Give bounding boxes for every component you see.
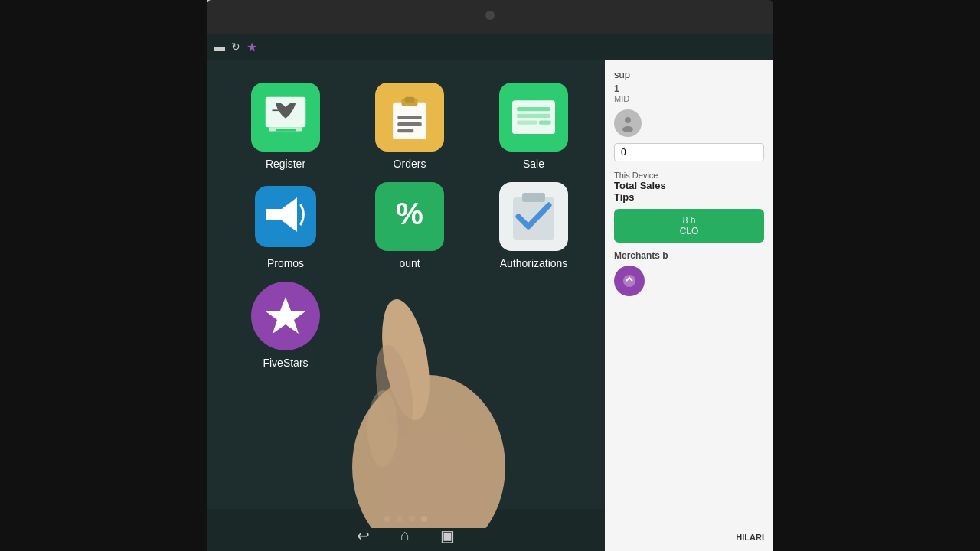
sidebar-number: 1: [614, 83, 764, 94]
merchants-icon: [622, 273, 637, 289]
dot-4-active: [421, 516, 427, 522]
auth-icon-bg: [499, 182, 568, 251]
recents-icon[interactable]: ▣: [440, 527, 455, 545]
fivestars-icon-bg: [251, 282, 320, 350]
this-device-label: This Device: [614, 171, 764, 180]
svg-rect-2: [276, 129, 296, 132]
promos-label: Promos: [267, 257, 304, 269]
app-grid: Register: [222, 75, 597, 377]
dot-2: [397, 516, 403, 522]
svg-rect-7: [397, 116, 422, 119]
black-bar-left: [0, 0, 207, 551]
svg-rect-14: [539, 120, 551, 124]
orders-app[interactable]: Orders: [354, 83, 466, 170]
register-app[interactable]: Register: [230, 83, 341, 170]
orders-label: Orders: [394, 158, 426, 170]
discount-app[interactable]: % ount: [354, 182, 466, 269]
sale-icon-bg: [499, 83, 568, 152]
orders-icon-bg: [375, 83, 444, 152]
register-svg: [259, 90, 312, 144]
clo-text: CLO: [680, 226, 699, 236]
sale-app[interactable]: Sale: [478, 83, 590, 170]
refresh-icon: ↻: [231, 41, 240, 53]
promos-icon-bg: [251, 182, 320, 251]
back-icon[interactable]: ↩: [357, 527, 370, 545]
black-bar-right: [766, 0, 980, 551]
promos-svg: [251, 182, 320, 251]
svg-point-25: [625, 117, 631, 123]
svg-rect-6: [405, 97, 414, 103]
fivestars-app[interactable]: FiveStars: [230, 282, 341, 369]
register-icon-bg: [251, 83, 320, 152]
svg-point-26: [622, 126, 633, 132]
svg-point-27: [623, 275, 635, 287]
screen: ▬ ↻ ★: [207, 34, 773, 551]
sidebar-sup: sup: [614, 69, 764, 80]
merchants-label: Merchants b: [614, 250, 764, 261]
auth-svg: [499, 182, 568, 251]
register-label: Register: [266, 158, 305, 170]
total-sales-label: Total Sales: [614, 180, 764, 191]
dot-1: [384, 516, 390, 522]
status-bar: ▬ ↻ ★: [207, 34, 773, 60]
nav-icons: ↩ ⌂ ▣: [357, 527, 455, 545]
svg-rect-13: [517, 120, 537, 124]
sale-svg: [507, 90, 560, 144]
discount-label: ount: [399, 257, 420, 269]
outer-frame: ▬ ↻ ★: [0, 0, 980, 551]
merchants-button[interactable]: [614, 266, 645, 296]
user-label: HILARI: [736, 533, 764, 542]
fivestars-svg: [251, 282, 320, 350]
avatar: [614, 109, 642, 137]
window-icon: ▬: [214, 41, 225, 53]
svg-rect-12: [517, 114, 550, 118]
sidebar-mid: MID: [614, 94, 764, 103]
right-sidebar: sup 1 MID This Device Total Sales Tips 8…: [605, 60, 773, 551]
fivestars-label: FiveStars: [263, 357, 308, 369]
page-dots: [384, 516, 427, 522]
camera-dot: [485, 11, 495, 20]
svg-rect-11: [517, 107, 550, 111]
svg-rect-8: [397, 122, 422, 126]
authorizations-app[interactable]: Authorizations: [478, 182, 590, 269]
hours-text: 8 h: [683, 215, 696, 226]
home-icon[interactable]: ⌂: [400, 527, 410, 544]
sidebar-search-input[interactable]: [614, 143, 764, 161]
auth-label: Authorizations: [500, 257, 568, 269]
orders-svg: [383, 90, 436, 144]
svg-rect-4: [393, 103, 426, 139]
dot-3: [409, 516, 415, 522]
bottom-nav: ↩ ⌂ ▣: [207, 509, 605, 551]
svg-rect-22: [522, 193, 545, 202]
sale-label: Sale: [523, 158, 544, 170]
svg-rect-17: [266, 209, 271, 220]
close-button[interactable]: 8 h CLO: [614, 209, 764, 243]
star-icon: ★: [247, 40, 257, 54]
tips-label: Tips: [614, 191, 764, 203]
promos-app[interactable]: Promos: [230, 182, 341, 269]
main-content: Register: [207, 60, 605, 551]
avatar-icon: [619, 114, 637, 132]
svg-text:%: %: [396, 197, 423, 230]
discount-icon-bg: %: [375, 182, 444, 251]
svg-rect-9: [397, 129, 413, 132]
tablet: ▬ ↻ ★: [207, 0, 773, 551]
discount-svg: %: [375, 182, 444, 251]
